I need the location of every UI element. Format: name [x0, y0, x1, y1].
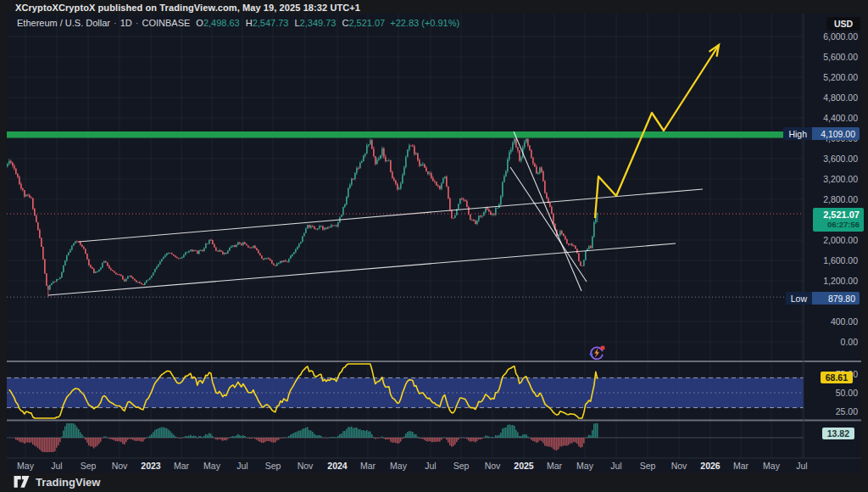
- chart-canvas[interactable]: [0, 0, 868, 492]
- time-tick-label: May: [17, 461, 34, 471]
- time-tick-label: 2026: [700, 461, 720, 471]
- low-tag-value: 879.80: [812, 292, 860, 305]
- rsi-tick-label: 25.00: [807, 406, 858, 417]
- high-tag-value: 4,109.00: [812, 127, 860, 140]
- price-tick-label: 5,600.00: [807, 52, 858, 62]
- symbol-exchange: COINBASE: [142, 18, 190, 28]
- symbol-legend[interactable]: Ethereum / U.S. Dollar·1D·COINBASEO2,498…: [17, 18, 459, 28]
- time-tick-label: May: [390, 461, 407, 471]
- time-tick-label: 2023: [141, 461, 160, 471]
- open-label: O: [196, 18, 203, 28]
- low-price-callout: Low 879.80: [786, 292, 860, 305]
- legend-separator: ·: [136, 18, 139, 28]
- time-tick-label: Jul: [425, 461, 436, 471]
- indicator-value-label: 13.82: [822, 428, 854, 439]
- time-tick-label: Jul: [796, 461, 807, 471]
- time-tick-label: Jul: [236, 461, 248, 471]
- price-tick-label: 4,800.00: [807, 92, 858, 103]
- open-value: 2,498.63: [203, 18, 240, 28]
- time-tick-label: May: [763, 461, 780, 471]
- high-tag: High: [783, 127, 812, 140]
- low-tag: Low: [786, 292, 812, 305]
- price-tick-label: 2,800.00: [807, 194, 858, 204]
- time-tick-label: Mar: [547, 461, 562, 471]
- time-tick-label: 2024: [327, 461, 347, 471]
- last-price-label: 2,521.07 06:27:56: [813, 208, 864, 232]
- tradingview-logo-icon: [14, 475, 30, 489]
- high-value: 2,547.73: [253, 18, 289, 28]
- time-tick-label: Jul: [51, 461, 62, 471]
- time-tick-label: Sep: [265, 461, 281, 471]
- brand-name: TradingView: [36, 476, 100, 489]
- time-tick-label: Nov: [485, 461, 501, 471]
- last-price-value: 2,521.07: [813, 210, 860, 220]
- price-tick-label: 6,000.00: [807, 31, 858, 42]
- time-tick-label: May: [203, 461, 220, 471]
- rsi-tick-label: 50.00: [807, 388, 858, 398]
- high-label: H: [246, 18, 253, 28]
- time-tick-label: Mar: [174, 461, 189, 471]
- currency-toggle-button[interactable]: USD: [826, 17, 860, 31]
- price-tick-label: 5,200.00: [807, 72, 858, 82]
- time-tick-label: Sep: [453, 461, 470, 471]
- price-tick-label: 1,200.00: [807, 276, 858, 286]
- tradingview-chart-window: XCryptoXCryptoX published on TradingView…: [0, 0, 868, 492]
- rsi-value-label: 68.61: [821, 372, 853, 383]
- price-tick-label: 0.00: [807, 337, 858, 347]
- price-tick-label: 1,600.00: [807, 255, 858, 266]
- time-tick-label: 2025: [514, 461, 533, 471]
- symbol-interval: 1D: [120, 18, 132, 28]
- time-tick-label: Sep: [81, 461, 97, 471]
- price-tick-label: 2,000.00: [807, 235, 858, 245]
- high-price-callout: High 4,109.00: [783, 127, 860, 140]
- bar-countdown: 06:27:56: [813, 220, 860, 230]
- price-tick-label: 3,200.00: [807, 174, 858, 184]
- time-tick-label: Nov: [671, 461, 687, 471]
- published-attribution: XCryptoXCryptoX published on TradingView…: [15, 3, 360, 13]
- time-tick-label: Jul: [610, 461, 621, 471]
- low-value: 2,349.73: [300, 18, 337, 28]
- time-tick-label: Nov: [298, 461, 314, 471]
- legend-separator: ·: [114, 18, 117, 28]
- price-tick-label: 4,400.00: [807, 113, 858, 123]
- time-tick-label: Mar: [360, 461, 376, 471]
- time-tick-label: May: [576, 461, 593, 471]
- price-tick-label: 400.00: [807, 316, 858, 327]
- time-tick-label: Nov: [112, 461, 128, 471]
- ath-resistance-band[interactable]: [7, 131, 804, 138]
- tradingview-brand-link[interactable]: TradingView: [14, 475, 100, 489]
- close-value: 2,521.07: [348, 18, 385, 28]
- symbol-title: Ethereum / U.S. Dollar: [17, 18, 110, 28]
- time-tick-label: Mar: [733, 461, 748, 471]
- price-tick-label: 3,600.00: [807, 154, 858, 164]
- time-tick-label: Sep: [640, 461, 656, 471]
- change-value: +22.83 (+0.91%): [390, 18, 459, 28]
